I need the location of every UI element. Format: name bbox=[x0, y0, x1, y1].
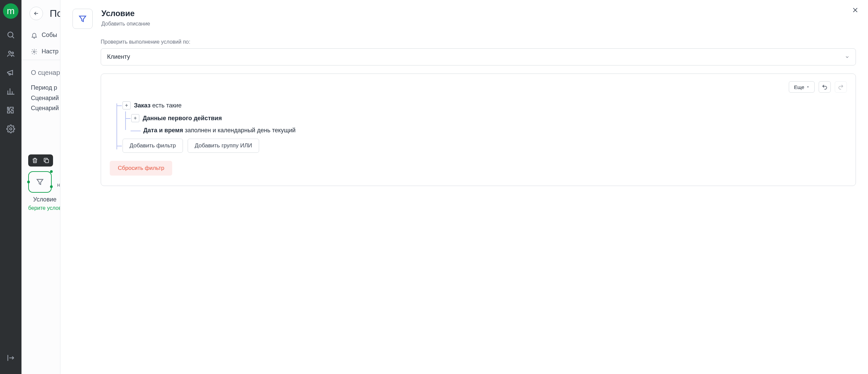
add-or-group-button[interactable]: Добавить группу ИЛИ bbox=[188, 139, 259, 153]
tab-settings[interactable]: Настр bbox=[22, 43, 60, 60]
connector-dot bbox=[50, 185, 53, 188]
scenario-back-panel: По Собы Настр О сценар Период р Сценарий… bbox=[22, 0, 60, 374]
undo-button[interactable] bbox=[819, 81, 831, 93]
filter-row-order[interactable]: + Заказ есть такие bbox=[113, 101, 847, 110]
panel-icon-box bbox=[72, 9, 93, 29]
left-rail: m bbox=[0, 0, 22, 374]
back-button[interactable] bbox=[30, 7, 43, 20]
canvas-heading: О сценар bbox=[31, 69, 60, 76]
puzzle-icon bbox=[6, 106, 15, 115]
filter-icon bbox=[36, 178, 44, 186]
expand-button[interactable]: + bbox=[131, 114, 139, 122]
rail-reports[interactable] bbox=[0, 82, 22, 101]
undo-icon bbox=[822, 84, 828, 90]
more-label: Еще bbox=[794, 84, 804, 90]
node-sublabel[interactable]: берите услов bbox=[28, 205, 60, 211]
svg-point-2 bbox=[12, 52, 13, 54]
canvas-text: Сценарий bbox=[31, 93, 60, 103]
trash-icon[interactable] bbox=[32, 157, 38, 164]
flow-node-condition[interactable] bbox=[28, 171, 52, 193]
arrow-left-icon bbox=[33, 10, 39, 17]
gear-icon bbox=[6, 125, 15, 133]
caret-down-icon bbox=[806, 85, 810, 89]
add-filter-button[interactable]: Добавить фильтр bbox=[123, 139, 183, 153]
expand-button[interactable]: + bbox=[123, 101, 130, 110]
panel-title: Условие bbox=[101, 9, 150, 18]
svg-point-3 bbox=[10, 128, 12, 130]
canvas-text: Сценарий bbox=[31, 103, 60, 114]
more-button[interactable]: Еще bbox=[789, 81, 815, 93]
copy-icon[interactable] bbox=[43, 157, 50, 164]
chevron-down-icon bbox=[845, 55, 849, 59]
node-label: Условие bbox=[28, 196, 60, 203]
logo: m bbox=[3, 3, 19, 19]
search-icon bbox=[6, 31, 15, 39]
condition-panel: Условие Добавить описание Проверить выпо… bbox=[60, 0, 868, 374]
select-value: Клиенту bbox=[107, 53, 130, 60]
filter-icon bbox=[78, 14, 87, 24]
collapse-icon bbox=[6, 353, 15, 362]
canvas-text: Период р bbox=[31, 83, 60, 93]
page-title: По bbox=[50, 8, 60, 19]
bar-chart-icon bbox=[6, 87, 15, 96]
entity-select[interactable]: Клиенту bbox=[101, 48, 856, 65]
svg-point-1 bbox=[9, 51, 11, 53]
tab-events[interactable]: Собы bbox=[22, 27, 60, 43]
filter-condition-text: заполнен и календарный день текущий bbox=[185, 127, 296, 134]
node-branch-label: не bbox=[57, 182, 60, 188]
svg-rect-5 bbox=[45, 159, 49, 163]
megaphone-icon bbox=[6, 68, 15, 77]
close-icon bbox=[852, 7, 859, 13]
redo-icon bbox=[838, 84, 844, 90]
add-description[interactable]: Добавить описание bbox=[101, 21, 150, 27]
rail-settings[interactable] bbox=[0, 120, 22, 138]
rail-campaigns[interactable] bbox=[0, 63, 22, 82]
connector-dot bbox=[27, 181, 30, 183]
filter-row-first-action[interactable]: + Данные первого действия bbox=[122, 114, 847, 122]
rail-search[interactable] bbox=[0, 26, 22, 44]
filter-builder: Еще + Заказ есть такие bbox=[101, 73, 856, 186]
filter-field: Дата и время bbox=[143, 127, 183, 134]
filter-row-datetime[interactable]: Дата и время заполнен и календарный день… bbox=[130, 127, 847, 134]
node-toolbar bbox=[28, 154, 53, 166]
connector-dot bbox=[50, 170, 53, 173]
redo-button bbox=[835, 81, 847, 93]
bell-icon bbox=[31, 32, 38, 39]
gear-icon bbox=[31, 48, 38, 55]
filter-condition-text: есть такие bbox=[152, 102, 182, 109]
people-icon bbox=[6, 49, 15, 58]
tab-label: Собы bbox=[42, 32, 57, 39]
close-button[interactable] bbox=[852, 7, 859, 15]
flow-node-wrap: не Условие берите услов bbox=[28, 154, 60, 211]
rail-integrations[interactable] bbox=[0, 101, 22, 120]
svg-point-0 bbox=[8, 32, 13, 37]
reset-filter-button[interactable]: Сбросить фильтр bbox=[110, 161, 172, 176]
rail-collapse[interactable] bbox=[0, 348, 22, 367]
tab-label: Настр bbox=[42, 48, 58, 55]
select-label: Проверить выполнение условий по: bbox=[101, 39, 856, 45]
rail-audience[interactable] bbox=[0, 44, 22, 63]
filter-entity: Заказ bbox=[134, 102, 150, 109]
filter-entity: Данные первого действия bbox=[143, 115, 222, 122]
svg-point-4 bbox=[34, 51, 35, 52]
